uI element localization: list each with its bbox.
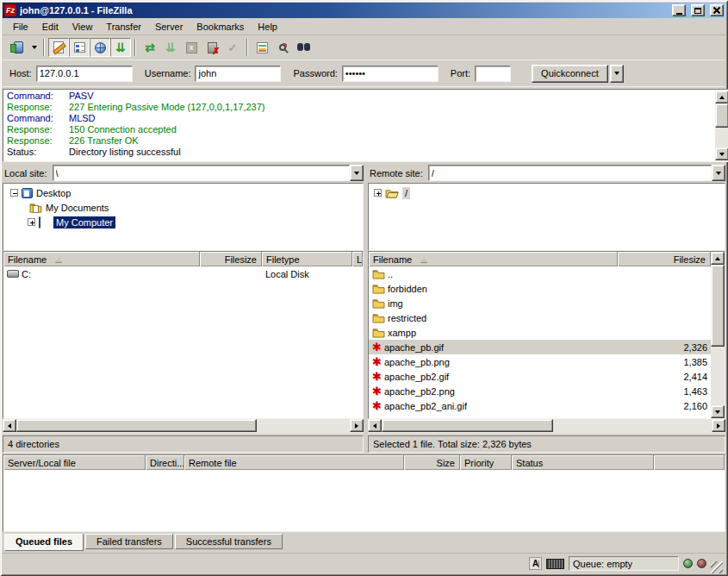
local-panel: Local site: Desktop My Documents [3,164,364,453]
menu-bookmarks[interactable]: Bookmarks [190,19,251,34]
site-manager-dropdown[interactable] [28,38,40,57]
scroll-track[interactable] [16,419,350,434]
remote-file-row[interactable]: ✱apache_pb2.png 1,463 [369,384,711,398]
scroll-track[interactable] [711,265,725,405]
scroll-thumb[interactable] [711,265,725,347]
column-filename[interactable]: Filename [3,252,200,266]
local-horizontal-scrollbar[interactable] [3,419,364,434]
tab-failed-transfers[interactable]: Failed transfers [85,534,173,549]
scroll-track[interactable] [715,103,728,147]
maximize-button[interactable] [691,4,705,16]
column-status[interactable]: Status [512,455,654,470]
close-button[interactable] [710,4,724,16]
local-file-row[interactable]: C: Local Disk [3,266,363,281]
scroll-thumb[interactable] [382,419,553,432]
toggle-remote-tree-button[interactable] [90,38,110,57]
menu-file[interactable]: File [6,19,35,34]
arrow-down-icon [715,410,720,414]
site-manager-button[interactable] [8,38,28,57]
image-file-icon: ✱ [372,371,382,382]
chevron-down-icon [716,172,721,175]
menu-server[interactable]: Server [148,19,190,34]
directory-comparison-button[interactable] [252,38,272,57]
collapse-icon[interactable] [10,189,18,197]
scroll-down-button[interactable] [711,405,725,418]
scroll-right-button[interactable] [712,419,725,432]
tree-item-my-computer[interactable]: My Computer [3,215,363,229]
toggle-queue-button[interactable]: ⇊ [110,38,131,57]
titlebar[interactable]: Fz john@127.0.0.1 - FileZilla [3,3,725,18]
tree-item-root[interactable]: / [369,185,725,200]
column-size[interactable]: Size [404,455,460,470]
username-input[interactable] [195,66,281,82]
resize-grip[interactable] [711,561,723,573]
remote-site-combo[interactable] [428,165,725,182]
local-site-dropdown[interactable] [350,165,364,181]
expand-icon[interactable] [374,189,382,197]
remote-site-dropdown[interactable] [712,165,725,181]
tree-item-my-documents[interactable]: My Documents [3,200,363,215]
reconnect-button[interactable]: ✓ [222,38,243,57]
remote-vertical-scrollbar[interactable] [711,252,725,418]
scroll-thumb[interactable] [715,103,728,128]
scroll-right-button[interactable] [350,419,364,432]
remote-site-input[interactable] [428,165,712,181]
tab-successful-transfers[interactable]: Successful transfers [175,534,283,549]
disconnect-icon: ✗ [208,42,217,53]
quickconnect-button[interactable]: Quickconnect [532,65,608,83]
scroll-thumb[interactable] [16,419,257,432]
remote-file-row[interactable]: ✱apache_pb2_ani.gif 2,160 [369,398,711,413]
disconnect-button[interactable]: ✗ [202,38,222,57]
find-files-button[interactable] [293,38,314,57]
column-priority[interactable]: Priority [460,455,512,470]
scroll-track[interactable] [382,419,712,434]
column-filename[interactable]: Filename [369,252,618,266]
tab-queued-files[interactable]: Queued files [4,534,84,551]
column-filesize[interactable]: Filesize [618,252,711,266]
local-disk-icon [7,270,19,278]
password-input[interactable] [342,66,439,82]
refresh-button[interactable]: ⇄ [140,38,160,57]
process-queue-button[interactable]: ⇊ [160,38,181,57]
local-site-combo[interactable] [53,165,364,182]
remote-file-row[interactable]: ✱apache_pb.png 1,385 [369,354,711,369]
remote-file-row-selected[interactable]: ✱apache_pb.gif 2,326 [369,340,711,354]
toggle-log-button[interactable] [48,38,69,57]
local-tree-icon [74,42,85,53]
remote-file-row[interactable]: .. [369,266,711,281]
scroll-left-button[interactable] [3,419,16,432]
host-input[interactable] [36,66,133,82]
remote-file-row[interactable]: forbidden [369,281,711,296]
local-file-list: Filename Filesize Filetype L C: Local Di… [3,251,364,419]
remote-file-row[interactable]: img [369,296,711,310]
log-scrollbar[interactable] [715,91,728,160]
menu-edit[interactable]: Edit [35,19,65,34]
column-filetype[interactable]: Filetype [262,252,352,266]
port-input[interactable] [475,66,511,82]
remote-file-row[interactable]: ✱apache_pb2.gif 2,414 [369,369,711,384]
scroll-up-button[interactable] [711,252,725,265]
remote-file-row[interactable]: xampp [369,325,711,340]
tree-item-desktop[interactable]: Desktop [3,185,363,200]
toggle-local-tree-button[interactable] [69,38,90,57]
expand-icon[interactable] [28,218,35,226]
synchronized-browsing-button[interactable] [272,38,293,57]
menu-view[interactable]: View [65,19,100,34]
local-site-input[interactable] [53,165,350,181]
column-filesize[interactable]: Filesize [200,252,262,266]
column-last-modified[interactable]: L [352,252,363,266]
arrow-left-icon [373,423,376,429]
remote-horizontal-scrollbar[interactable] [368,419,725,434]
column-remote-file[interactable]: Remote file [184,455,404,470]
menu-help[interactable]: Help [251,19,284,34]
column-direction[interactable]: Directi... [146,455,184,470]
remote-file-row[interactable]: restricted [369,310,711,325]
menu-transfer[interactable]: Transfer [99,19,148,34]
quickconnect-dropdown[interactable] [610,65,624,83]
column-server-local-file[interactable]: Server/Local file [3,455,146,470]
scroll-up-button[interactable] [715,91,728,103]
cancel-button[interactable]: x [181,38,202,57]
scroll-left-button[interactable] [368,419,382,432]
minimize-button[interactable] [672,4,686,16]
scroll-down-button[interactable] [715,147,728,160]
